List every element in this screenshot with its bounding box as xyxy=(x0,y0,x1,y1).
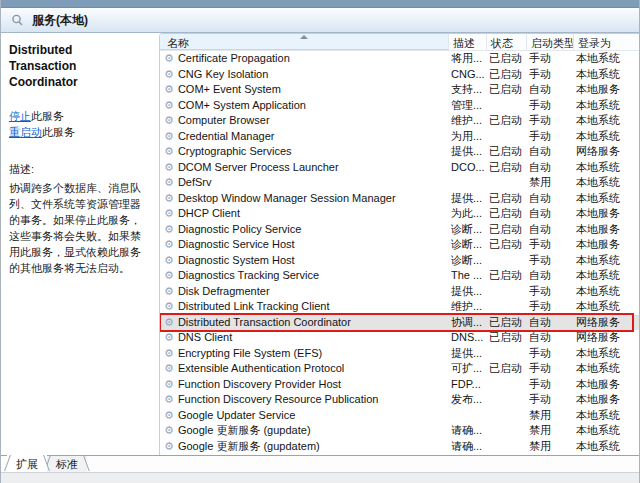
table-row[interactable]: ⚙ Function Discovery Provider Host FDP..… xyxy=(160,377,639,393)
service-logon-as-cell: 本地系统 xyxy=(574,98,639,114)
table-row[interactable]: ⚙ Google 更新服务 (gupdate) 请确... 禁用 本地系统 xyxy=(160,423,639,439)
service-name: COM+ System Application xyxy=(178,98,306,114)
service-startup-type-cell: 禁用 xyxy=(527,408,574,424)
service-startup-type-cell: 自动 xyxy=(527,222,574,238)
service-logon-as-cell: 本地系统 xyxy=(574,346,639,362)
service-name-cell: ⚙ Extensible Authentication Protocol xyxy=(160,361,449,377)
service-gear-icon: ⚙ xyxy=(164,100,174,111)
table-row[interactable]: ⚙ Desktop Window Manager Session Manager… xyxy=(160,191,639,207)
service-gear-icon: ⚙ xyxy=(164,146,174,157)
restart-service-link[interactable]: 重启动 xyxy=(9,126,42,138)
table-row[interactable]: ⚙ Cryptographic Services 提供... 已启动 自动 网络… xyxy=(160,144,639,160)
services-table-panel: 名称 描述 状态 启动类型 登录为 ⚙ Certificate Propagat… xyxy=(159,33,639,455)
column-header-startup-type[interactable]: 启动类型 xyxy=(527,34,574,50)
view-tab-strip: 扩展 标准 xyxy=(1,455,639,472)
service-gear-icon: ⚙ xyxy=(164,84,174,95)
table-row[interactable]: ⚙ Google 更新服务 (gupdatem) 请确... 禁用 本地系统 xyxy=(160,439,639,455)
service-status-cell xyxy=(487,175,527,191)
service-name: Diagnostic System Host xyxy=(178,253,295,269)
service-startup-type-cell: 手动 xyxy=(527,98,574,114)
table-row[interactable]: ⚙ DNS Client DNS... 已启动 自动 网络服务 xyxy=(160,330,639,346)
service-startup-type-cell: 自动 xyxy=(527,206,574,222)
service-description-cell: 管理... xyxy=(449,98,487,114)
service-name-cell: ⚙ Encrypting File System (EFS) xyxy=(160,346,449,362)
service-description-cell: 请确... xyxy=(449,423,487,439)
table-row[interactable]: ⚙ Distributed Transaction Coordinator 协调… xyxy=(160,315,639,331)
service-status-cell xyxy=(487,346,527,362)
service-description-cell: 提供... xyxy=(449,346,487,362)
table-row[interactable]: ⚙ Extensible Authentication Protocol 可扩.… xyxy=(160,361,639,377)
tab-extended[interactable]: 扩展 xyxy=(7,455,47,472)
service-name: Desktop Window Manager Session Manager xyxy=(178,191,396,207)
service-logon-as-cell: 网络服务 xyxy=(574,330,639,346)
column-header-status[interactable]: 状态 xyxy=(487,34,527,50)
table-row[interactable]: ⚙ Diagnostics Tracking Service The ... 已… xyxy=(160,268,639,284)
service-description-cell: 将用... xyxy=(449,51,487,67)
service-gear-icon: ⚙ xyxy=(164,394,174,405)
service-description-cell: The ... xyxy=(449,268,487,284)
service-startup-type-cell: 手动 xyxy=(527,67,574,83)
service-startup-type-cell: 自动 xyxy=(527,160,574,176)
service-name-cell: ⚙ DHCP Client xyxy=(160,206,449,222)
service-description-cell: 提供... xyxy=(449,144,487,160)
main-area: Distributed Transaction Coordinator 停止此服… xyxy=(1,33,639,455)
service-description-cell xyxy=(449,175,487,191)
table-row[interactable]: ⚙ COM+ System Application 管理... 手动 本地系统 xyxy=(160,98,639,114)
table-row[interactable]: ⚙ DHCP Client 为此... 已启动 自动 本地服务 xyxy=(160,206,639,222)
table-row[interactable]: ⚙ Credential Manager 为用... 手动 本地系统 xyxy=(160,129,639,145)
service-status-cell xyxy=(487,284,527,300)
table-row[interactable]: ⚙ Google Updater Service 禁用 本地系统 xyxy=(160,408,639,424)
tab-standard[interactable]: 标准 xyxy=(47,456,87,472)
table-row[interactable]: ⚙ Function Discovery Resource Publicatio… xyxy=(160,392,639,408)
restart-service-suffix: 此服务 xyxy=(42,126,75,138)
service-gear-icon: ⚙ xyxy=(164,69,174,80)
service-startup-type-cell: 禁用 xyxy=(527,175,574,191)
service-logon-as-cell: 本地服务 xyxy=(574,392,639,408)
table-row[interactable]: ⚙ COM+ Event System 支持... 已启动 自动 本地服务 xyxy=(160,82,639,98)
stop-service-link[interactable]: 停止 xyxy=(9,110,31,122)
table-row[interactable]: ⚙ DCOM Server Process Launcher DCO... 已启… xyxy=(160,160,639,176)
service-name: COM+ Event System xyxy=(178,82,281,98)
service-status-cell: 已启动 xyxy=(487,51,527,67)
service-name-cell: ⚙ Distributed Transaction Coordinator xyxy=(160,315,449,331)
table-row[interactable]: ⚙ Certificate Propagation 将用... 已启动 手动 本… xyxy=(160,51,639,67)
table-row[interactable]: ⚙ Diagnostic Policy Service 诊断... 已启动 自动… xyxy=(160,222,639,238)
service-gear-icon: ⚙ xyxy=(164,379,174,390)
service-logon-as-cell: 本地系统 xyxy=(574,408,639,424)
service-description-cell: DNS... xyxy=(449,330,487,346)
service-gear-icon: ⚙ xyxy=(164,162,174,173)
service-startup-type-cell: 禁用 xyxy=(527,439,574,455)
service-name-cell: ⚙ Google 更新服务 (gupdatem) xyxy=(160,439,449,455)
service-name: Diagnostic Policy Service xyxy=(178,222,302,238)
table-row[interactable]: ⚙ Encrypting File System (EFS) 提供... 手动 … xyxy=(160,346,639,362)
service-gear-icon: ⚙ xyxy=(164,53,174,64)
table-row[interactable]: ⚙ CNG Key Isolation CNG... 已启动 手动 本地系统 xyxy=(160,67,639,83)
service-gear-icon: ⚙ xyxy=(164,177,174,188)
service-description-cell xyxy=(449,408,487,424)
column-header-logon-as[interactable]: 登录为 xyxy=(574,34,639,50)
column-header-name[interactable]: 名称 xyxy=(160,34,449,50)
service-description-cell: DCO... xyxy=(449,160,487,176)
service-description-cell: 可扩... xyxy=(449,361,487,377)
service-gear-icon: ⚙ xyxy=(164,410,174,421)
table-row[interactable]: ⚙ Diagnostic Service Host 诊断... 已启动 手动 本… xyxy=(160,237,639,253)
table-row[interactable]: ⚙ Diagnostic System Host 诊断... 手动 本地系统 xyxy=(160,253,639,269)
table-row[interactable]: ⚙ Disk Defragmenter 提供... 手动 本地系统 xyxy=(160,284,639,300)
service-name-cell: ⚙ Diagnostic Policy Service xyxy=(160,222,449,238)
service-status-cell: 已启动 xyxy=(487,113,527,129)
service-gear-icon: ⚙ xyxy=(164,301,174,312)
column-header-description[interactable]: 描述 xyxy=(449,34,487,50)
service-name-cell: ⚙ Diagnostic Service Host xyxy=(160,237,449,253)
service-status-cell: 已启动 xyxy=(487,268,527,284)
service-startup-type-cell: 手动 xyxy=(527,113,574,129)
search-magnifier-icon xyxy=(11,14,24,27)
column-header-name-label: 名称 xyxy=(167,37,189,49)
service-gear-icon: ⚙ xyxy=(164,255,174,266)
table-row[interactable]: ⚙ Distributed Link Tracking Client 维护...… xyxy=(160,299,639,315)
service-description-cell: 提供... xyxy=(449,284,487,300)
table-row[interactable]: ⚙ Computer Browser 维护... 已启动 手动 本地系统 xyxy=(160,113,639,129)
service-name-cell: ⚙ Diagnostic System Host xyxy=(160,253,449,269)
table-row[interactable]: ⚙ DefSrv 禁用 本地系统 xyxy=(160,175,639,191)
service-name: DHCP Client xyxy=(178,206,240,222)
service-name: Function Discovery Provider Host xyxy=(178,377,341,393)
